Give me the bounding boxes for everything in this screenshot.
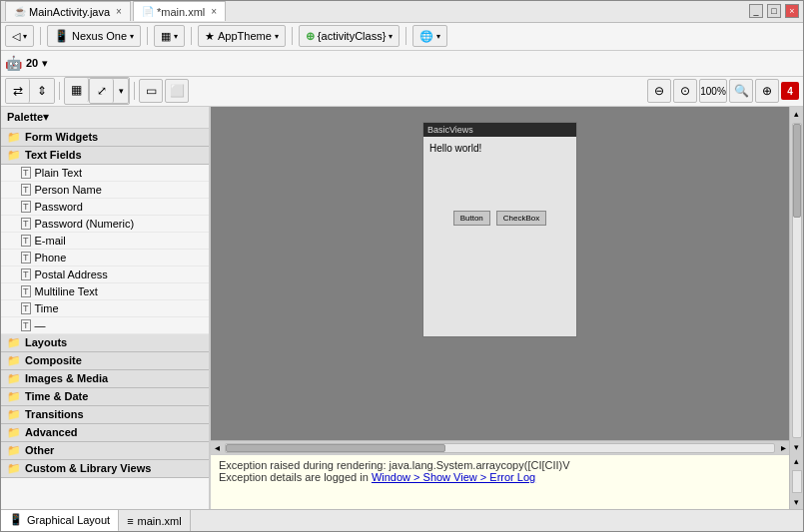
person-name-label: Person Name bbox=[35, 184, 102, 196]
back-icon: ◁ bbox=[12, 30, 20, 43]
api-level-label: 20 bbox=[26, 57, 38, 69]
back-button[interactable]: ◁ ▾ bbox=[5, 25, 34, 47]
activity-dropdown[interactable]: ⊕ {activityClass} ▾ bbox=[299, 25, 400, 47]
window-controls: _ □ × bbox=[749, 4, 799, 18]
content-area: Palette ▾ 📁 Form Widgets 📁 Text Fields bbox=[1, 107, 803, 509]
error-vscroll[interactable]: ▴ ▾ bbox=[789, 454, 803, 509]
palette-section-layouts[interactable]: 📁 Layouts bbox=[1, 334, 209, 352]
dash-label: — bbox=[35, 319, 46, 331]
zoom-out-button[interactable]: ⊖ bbox=[647, 79, 671, 103]
error-log-link[interactable]: Window > Show View > Error Log bbox=[372, 471, 535, 483]
tab-close-main-xml[interactable]: × bbox=[211, 6, 217, 17]
expand-button[interactable]: ⤢ bbox=[90, 79, 114, 103]
postal-address-icon: T bbox=[21, 268, 31, 280]
layout-button[interactable]: ⬜ bbox=[165, 79, 189, 103]
hscroll-track[interactable] bbox=[225, 443, 775, 453]
close-button[interactable]: × bbox=[785, 4, 799, 18]
palette-item-postal-address[interactable]: T Postal Address bbox=[1, 266, 209, 283]
vscroll-down-btn[interactable]: ▾ bbox=[792, 440, 801, 454]
theme-label: AppTheme bbox=[218, 30, 272, 42]
password-label: Password bbox=[35, 201, 83, 213]
palette-item-phone[interactable]: T Phone bbox=[1, 250, 209, 266]
canvas-hscroll[interactable]: ◂ ▸ bbox=[211, 440, 789, 454]
palette-section-composite[interactable]: 📁 Composite bbox=[1, 352, 209, 370]
locale-dropdown[interactable]: 🌐 ▾ bbox=[412, 25, 447, 47]
error-vscroll-down-btn[interactable]: ▾ bbox=[792, 495, 801, 509]
vscroll-track[interactable] bbox=[792, 123, 802, 438]
palette-item-person-name[interactable]: T Person Name bbox=[1, 182, 209, 199]
palette-search-icon[interactable]: ▾ bbox=[43, 110, 49, 124]
bottom-tabs: 📱 Graphical Layout ≡ main.xml bbox=[1, 509, 803, 531]
palette-section-form-widgets[interactable]: 📁 Form Widgets bbox=[1, 129, 209, 147]
error-vscroll-up-btn[interactable]: ▴ bbox=[792, 454, 801, 468]
canvas-scroll[interactable]: BasicViews Hello world! Button bbox=[211, 107, 789, 440]
phone-label: Phone bbox=[35, 252, 67, 264]
zoom-search-button[interactable]: 🔍 bbox=[729, 79, 753, 103]
multiline-text-label: Multiline Text bbox=[35, 285, 98, 297]
main-xml-icon: ≡ bbox=[127, 515, 133, 527]
vscroll-thumb[interactable] bbox=[793, 124, 801, 218]
zoom-fit-button[interactable]: ⊙ bbox=[673, 79, 697, 103]
swap-group: ⇄ ⇕ bbox=[5, 78, 55, 104]
plain-text-label: Plain Text bbox=[35, 167, 83, 179]
layout-btn[interactable]: ▦ ▾ bbox=[154, 25, 185, 47]
frame-button[interactable]: ▭ bbox=[139, 79, 163, 103]
grid-button[interactable]: ▦ bbox=[65, 78, 89, 102]
layout-icon: ▦ bbox=[161, 30, 171, 43]
palette-section-other[interactable]: 📁 Other bbox=[1, 442, 209, 460]
maximize-button[interactable]: □ bbox=[767, 4, 781, 18]
zoom-percent-button[interactable]: 100% bbox=[699, 79, 727, 103]
tab-close-main-activity[interactable]: × bbox=[116, 6, 122, 17]
palette-section-advanced[interactable]: 📁 Advanced bbox=[1, 424, 209, 442]
error-vscroll-track[interactable] bbox=[792, 470, 802, 493]
palette-section-transitions[interactable]: 📁 Transitions bbox=[1, 406, 209, 424]
minimize-button[interactable]: _ bbox=[749, 4, 763, 18]
tab-main-xml-bottom[interactable]: ≡ main.xml bbox=[119, 510, 190, 532]
composite-label: Composite bbox=[25, 354, 82, 366]
tab-main-xml[interactable]: 📄 *main.xml × bbox=[133, 1, 226, 21]
updown-button[interactable]: ⇕ bbox=[30, 79, 54, 103]
palette-item-plain-text[interactable]: T Plain Text bbox=[1, 165, 209, 182]
sep1 bbox=[40, 27, 41, 45]
api-toolbar: 🤖 20 ▾ bbox=[1, 51, 803, 77]
palette-section-custom-library[interactable]: 📁 Custom & Library Views bbox=[1, 460, 209, 478]
error-panel-container: Exception raised during rendering: java.… bbox=[211, 454, 803, 509]
error-line1: Exception raised during rendering: java.… bbox=[219, 459, 781, 471]
tab-main-activity[interactable]: ☕ MainActivity.java × bbox=[5, 1, 131, 21]
nexus-one-dropdown[interactable]: 📱 Nexus One ▾ bbox=[47, 25, 141, 47]
palette-item-dash[interactable]: T — bbox=[1, 317, 209, 334]
palette-section-time-date[interactable]: 📁 Time & Date bbox=[1, 388, 209, 406]
vscroll-up-btn[interactable]: ▴ bbox=[792, 107, 801, 121]
palette-section-images-media[interactable]: 📁 Images & Media bbox=[1, 370, 209, 388]
zoom-in-button[interactable]: ⊕ bbox=[755, 79, 779, 103]
theme-dropdown[interactable]: ★ AppTheme ▾ bbox=[198, 25, 286, 47]
hscroll-right-btn[interactable]: ▸ bbox=[777, 442, 789, 453]
palette-item-time[interactable]: T Time bbox=[1, 300, 209, 317]
android-icon: 🤖 bbox=[5, 55, 22, 71]
palette-item-multiline-text[interactable]: T Multiline Text bbox=[1, 283, 209, 300]
api-dropdown-icon[interactable]: ▾ bbox=[42, 57, 48, 70]
icon-sep2 bbox=[134, 82, 135, 100]
tab-main-activity-label: MainActivity.java bbox=[29, 6, 110, 18]
postal-address-label: Postal Address bbox=[35, 268, 108, 280]
form-widgets-label: Form Widgets bbox=[25, 131, 98, 143]
advanced-label: Advanced bbox=[25, 426, 78, 438]
swap-button[interactable]: ⇄ bbox=[6, 79, 30, 103]
palette-item-password[interactable]: T Password bbox=[1, 199, 209, 216]
device-button: Button bbox=[453, 211, 490, 226]
folder-icon-other: 📁 bbox=[7, 444, 21, 457]
sep3 bbox=[191, 27, 192, 45]
title-bar: ☕ MainActivity.java × 📄 *main.xml × _ □ … bbox=[1, 1, 803, 23]
palette-item-email[interactable]: T E-mail bbox=[1, 233, 209, 250]
palette-section-text-fields[interactable]: 📁 Text Fields bbox=[1, 147, 209, 165]
tab-graphical-layout[interactable]: 📱 Graphical Layout bbox=[1, 510, 119, 532]
folder-icon-composite: 📁 bbox=[7, 354, 21, 367]
zoom-controls: ⊖ ⊙ 100% 🔍 ⊕ 4 bbox=[647, 79, 799, 103]
error-line2: Exception details are logged in Window >… bbox=[219, 471, 781, 483]
expand-dropdown[interactable]: ▾ bbox=[114, 79, 128, 103]
canvas-vscroll[interactable]: ▴ ▾ bbox=[789, 107, 803, 454]
hscroll-thumb[interactable] bbox=[226, 444, 445, 452]
tab-main-xml-label: *main.xml bbox=[157, 6, 205, 18]
palette-item-password-numeric[interactable]: T Password (Numeric) bbox=[1, 216, 209, 233]
hscroll-left-btn[interactable]: ◂ bbox=[211, 442, 223, 453]
